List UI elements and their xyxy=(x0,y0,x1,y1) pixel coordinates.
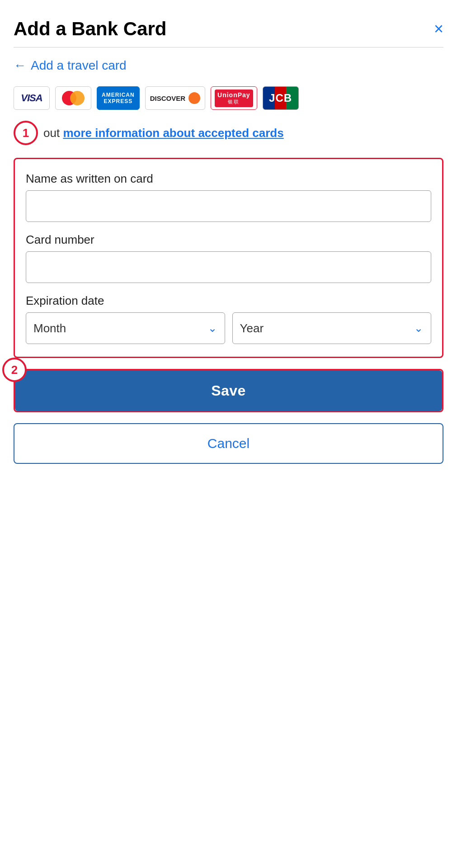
save-button-wrapper: 2 Save xyxy=(14,369,443,412)
unionpay-inner: UnionPay 银联 xyxy=(215,90,253,107)
badge-2-number: 2 xyxy=(11,363,18,377)
page-title: Add a Bank Card xyxy=(14,18,166,40)
expiry-group: Expiration date Month January February M… xyxy=(26,294,431,344)
expiry-row: Month January February March April May J… xyxy=(26,312,431,344)
discover-text: DISCOVER xyxy=(150,94,185,102)
card-form: Name as written on card Card number Expi… xyxy=(14,158,443,358)
badge-1-number: 1 xyxy=(23,126,29,140)
name-group: Name as written on card xyxy=(26,172,431,222)
back-link[interactable]: ← Add a travel card xyxy=(14,58,443,73)
info-link[interactable]: more information about accepted cards xyxy=(63,126,283,140)
mc-right-circle xyxy=(70,91,85,105)
year-select-wrap: Year 2024 2025 2026 2027 2028 2029 2030 … xyxy=(232,312,432,344)
name-input[interactable] xyxy=(26,190,431,222)
back-arrow-icon: ← xyxy=(14,58,26,73)
info-prefix: out xyxy=(43,126,63,140)
amex-text: AMERICAN EXPRESS xyxy=(102,92,135,105)
month-select-wrap: Month January February March April May J… xyxy=(26,312,225,344)
save-button[interactable]: Save xyxy=(15,370,442,411)
expiry-label: Expiration date xyxy=(26,294,431,308)
header: Add a Bank Card × xyxy=(14,18,443,40)
jcb-text: JCB xyxy=(269,92,292,104)
info-row: 1 out more information about accepted ca… xyxy=(14,121,443,145)
unionpay-sub: 银联 xyxy=(228,99,240,105)
month-select[interactable]: Month January February March April May J… xyxy=(26,312,225,344)
info-text: out more information about accepted card… xyxy=(43,126,284,140)
card-number-input[interactable] xyxy=(26,251,431,283)
unionpay-logo: UnionPay 银联 xyxy=(211,86,257,110)
back-link-label: Add a travel card xyxy=(31,58,127,73)
discover-logo: DISCOVER xyxy=(145,86,205,110)
amex-logo: AMERICAN EXPRESS xyxy=(97,86,140,110)
header-divider xyxy=(14,47,443,47)
card-logos-row: VISA AMERICAN EXPRESS DISCOVER UnionPay … xyxy=(14,86,443,110)
jcb-logo: JCB xyxy=(263,86,299,110)
unionpay-text: UnionPay xyxy=(217,91,250,99)
card-number-group: Card number xyxy=(26,233,431,283)
card-number-label: Card number xyxy=(26,233,431,247)
cancel-button[interactable]: Cancel xyxy=(14,423,443,464)
year-select[interactable]: Year 2024 2025 2026 2027 2028 2029 2030 … xyxy=(232,312,432,344)
mc-circles xyxy=(62,91,85,105)
close-button[interactable]: × xyxy=(434,21,443,37)
badge-2-circle: 2 xyxy=(2,358,27,382)
discover-circle xyxy=(188,92,200,104)
name-label: Name as written on card xyxy=(26,172,431,186)
badge-1-circle: 1 xyxy=(14,121,38,145)
visa-text: VISA xyxy=(21,92,42,104)
visa-logo: VISA xyxy=(14,86,50,110)
mastercard-logo xyxy=(55,86,91,110)
